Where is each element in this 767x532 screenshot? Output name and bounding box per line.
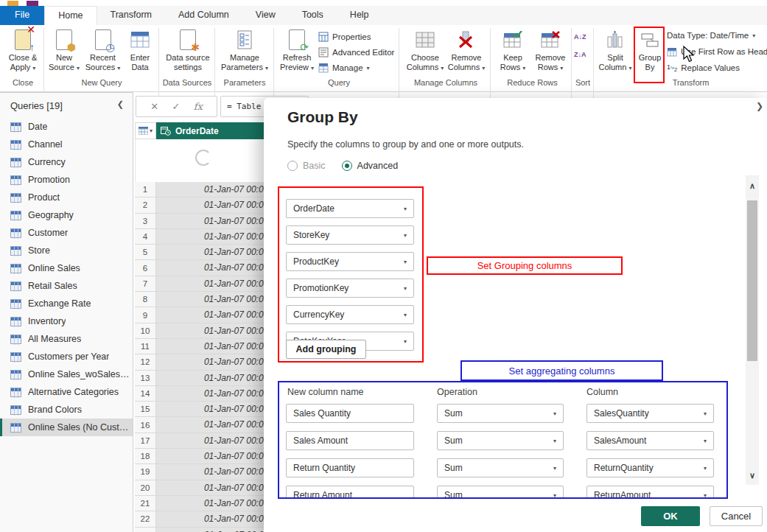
agg-header-column: Column	[586, 387, 618, 397]
table-row: 901-Jan-07 00:00:00	[135, 307, 285, 323]
sidebar-item-query[interactable]: Geography	[0, 206, 133, 224]
new-column-name-input[interactable]: Return Amount	[286, 486, 414, 499]
manage-parameters-icon	[219, 27, 270, 53]
properties-button[interactable]: Properties	[318, 29, 371, 44]
table-corner-menu[interactable]: ▾	[135, 122, 156, 139]
advanced-editor-button[interactable]: Advanced Editor	[318, 45, 394, 60]
expand-pane-icon[interactable]: ❯	[756, 101, 763, 111]
sort-descending-button[interactable]: Z↓A	[574, 47, 586, 62]
sidebar-item-query[interactable]: Inventory	[0, 312, 133, 330]
grouping-column-dropdown[interactable]: OrderDate▾	[286, 199, 414, 218]
sidebar-item-query[interactable]: Date	[0, 118, 133, 136]
grouping-column-value: CurrencyKey	[293, 309, 344, 320]
operation-dropdown[interactable]: Sum▾	[437, 431, 564, 450]
row-number: 2	[135, 197, 156, 212]
scrollbar-thumb[interactable]	[747, 200, 757, 361]
ribbon-tab-bar: File Home Transform Add Column View Tool…	[0, 6, 767, 25]
split-column-icon	[598, 27, 633, 53]
remove-columns-button[interactable]: Remove Columns ▾	[446, 27, 486, 77]
tab-help[interactable]: Help	[337, 6, 382, 25]
sidebar-item-query[interactable]: Online Sales (No Custom...	[0, 419, 133, 436]
radio-advanced-circle-icon	[342, 161, 352, 171]
sidebar-item-query[interactable]: Store	[0, 242, 133, 259]
column-dropdown[interactable]: SalesAmount▾	[586, 431, 714, 450]
sidebar-item-query[interactable]: Customers per Year	[0, 348, 133, 365]
tab-home[interactable]: Home	[44, 6, 97, 25]
column-dropdown[interactable]: ReturnAmount▾	[586, 486, 714, 499]
new-column-name-input[interactable]: Sales Quantity	[286, 404, 414, 423]
sidebar-item-query[interactable]: Exchange Rate	[0, 295, 133, 312]
operation-dropdown[interactable]: Sum▾	[437, 458, 564, 477]
grouping-column-dropdown[interactable]: ProductKey▾	[286, 252, 414, 271]
sidebar-item-query[interactable]: Channel	[0, 136, 133, 153]
scroll-up-icon[interactable]: ∧	[746, 181, 759, 191]
refresh-preview-icon: ⟳	[278, 27, 316, 53]
tab-view[interactable]: View	[242, 6, 289, 25]
new-column-name-input[interactable]: Sales Amount	[286, 431, 414, 450]
sidebar-item-query[interactable]: Product	[0, 189, 133, 206]
ribbon-separator	[490, 28, 491, 106]
remove-rows-button[interactable]: Remove Rows ▾	[532, 27, 569, 77]
choose-columns-button[interactable]: Choose Columns ▾	[406, 27, 444, 77]
grouping-column-dropdown[interactable]: CurrencyKey▾	[286, 305, 414, 324]
scroll-down-icon[interactable]: ∨	[746, 471, 759, 480]
tab-tools[interactable]: Tools	[289, 6, 337, 25]
query-label: Alternative Categories	[28, 387, 119, 397]
query-label: Retail Sales	[28, 281, 77, 291]
data-type-button[interactable]: Data Type: Date/Time ▾	[667, 28, 755, 43]
tab-add-column[interactable]: Add Column	[165, 6, 242, 25]
split-column-button[interactable]: Split Column ▾	[598, 27, 633, 77]
new-column-name-input[interactable]: Return Quantity	[286, 458, 414, 477]
ok-button[interactable]: OK	[641, 506, 700, 526]
keep-rows-button[interactable]: Keep Rows ▾	[496, 27, 530, 77]
sidebar-item-query[interactable]: Online Sales_woSalesAmt	[0, 365, 133, 383]
sidebar-item-query[interactable]: Brand Colors	[0, 401, 133, 419]
chevron-down-icon: ▾	[704, 492, 707, 499]
sidebar-item-query[interactable]: Promotion	[0, 171, 133, 189]
manage-parameters-button[interactable]: Manage Parameters ▾	[219, 27, 270, 77]
operation-value: Sum	[444, 463, 463, 473]
query-label: Product	[28, 192, 60, 203]
tab-transform[interactable]: Transform	[97, 6, 166, 25]
collapse-pane-icon[interactable]: ❮	[117, 99, 124, 109]
tab-file[interactable]: File	[0, 6, 44, 25]
grouping-column-dropdown[interactable]: PromotionKey▾	[286, 279, 414, 298]
sidebar-item-query[interactable]: All Measures	[0, 330, 133, 348]
operation-dropdown[interactable]: Sum▾	[437, 404, 564, 423]
sidebar-item-query[interactable]: Retail Sales	[0, 277, 133, 295]
recent-sources-button[interactable]: ◷ Recent Sources ▾	[83, 27, 122, 77]
query-label: Store	[28, 245, 50, 256]
advanced-editor-icon	[318, 47, 329, 57]
table-icon	[10, 211, 21, 220]
new-source-button[interactable]: ⬢ New Source ▾	[46, 27, 82, 77]
enter-data-button[interactable]: Enter Data	[124, 27, 156, 77]
data-source-settings-button[interactable]: ✱ Data source settings	[164, 27, 212, 77]
operation-dropdown[interactable]: Sum▾	[437, 486, 564, 499]
row-number: 23	[135, 528, 156, 532]
radio-basic[interactable]: Basic	[287, 161, 326, 171]
radio-advanced[interactable]: Advanced	[342, 161, 399, 171]
new-source-icon: ⬢	[46, 27, 82, 53]
replace-values-button[interactable]: 1⤷2 Replace Values	[667, 60, 740, 75]
column-dropdown[interactable]: SalesQuantity▾	[586, 404, 714, 423]
sidebar-item-query[interactable]: Currency	[0, 153, 133, 171]
manage-button[interactable]: Manage ▾	[318, 60, 370, 75]
sort-ascending-button[interactable]: A↓Z	[574, 29, 586, 44]
cancel-button[interactable]: Cancel	[710, 506, 763, 526]
commit-formula-icon[interactable]: ✓	[172, 101, 180, 112]
grouping-column-dropdown[interactable]: StoreKey▾	[286, 225, 414, 245]
dialog-scrollbar[interactable]: ∧ ∨	[746, 175, 759, 485]
table-row: 101-Jan-07 00:00:00	[135, 182, 285, 197]
close-apply-button[interactable]: ✕↑ Close & Apply ▾	[4, 27, 41, 77]
sidebar-item-query[interactable]: Alternative Categories	[0, 383, 133, 401]
add-grouping-button[interactable]: Add grouping	[286, 340, 366, 359]
column-dropdown[interactable]: ReturnQuantity▾	[586, 458, 714, 477]
refresh-preview-button[interactable]: ⟳ Refresh Preview ▾	[278, 27, 316, 77]
cancel-formula-icon[interactable]: ✕	[150, 101, 158, 112]
table-icon	[10, 299, 21, 309]
sidebar-item-query[interactable]: Customer	[0, 224, 133, 242]
row-number: 19	[135, 464, 156, 479]
table-row: 801-Jan-07 00:00:00	[135, 292, 285, 307]
fx-icon[interactable]: fx	[194, 101, 203, 112]
sidebar-item-query[interactable]: Online Sales	[0, 259, 133, 277]
